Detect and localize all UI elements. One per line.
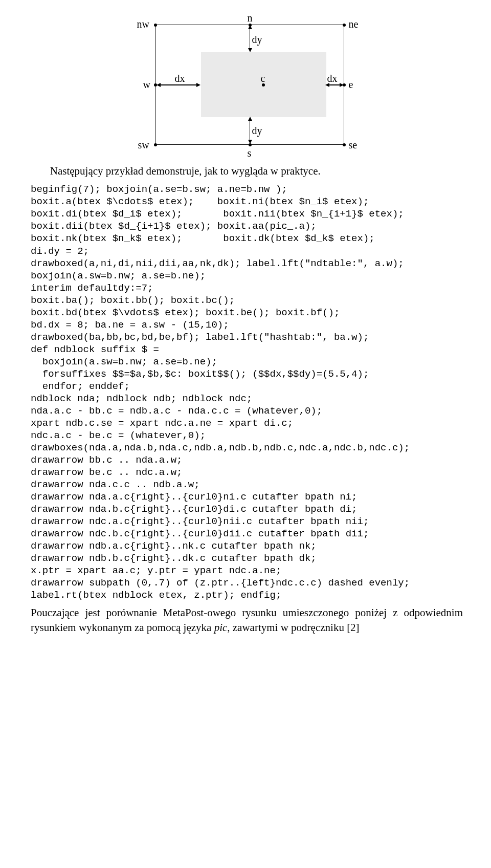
label-c: c [261, 72, 265, 85]
dot-ne [343, 24, 346, 27]
dot-sw [154, 143, 157, 146]
label-dy-top: dy [252, 33, 262, 47]
intro-paragraph: Następujący przykład demonstruje, jak to… [31, 164, 463, 178]
arrowhead [248, 25, 252, 29]
dot-se [343, 143, 346, 146]
box-anchor-figure: nw n ne w c e sw s se dx dx dy dy [137, 10, 357, 159]
pic-italic: pic [214, 621, 228, 634]
label-n: n [248, 11, 253, 25]
code-listing: beginfig(7); boxjoin(a.se=b.sw; a.ne=b.n… [31, 183, 463, 601]
label-dy-bottom: dy [252, 124, 262, 138]
arrowhead [248, 48, 252, 52]
arrow-dy-bottom [250, 118, 251, 143]
label-sw: sw [138, 138, 149, 152]
arrowhead [248, 117, 252, 121]
arrowhead [157, 83, 161, 87]
closing-text-c: , zawartymi w pod­ręczniku [2] [227, 621, 359, 634]
arrowhead [248, 140, 252, 144]
label-dx-left: dx [175, 72, 185, 85]
arrowhead [340, 83, 344, 87]
label-s: s [248, 146, 252, 160]
label-w: w [143, 78, 150, 92]
dot-nw [154, 24, 157, 27]
arrowhead [325, 83, 329, 87]
label-e: e [349, 78, 353, 92]
closing-paragraph: Pouczające jest porównanie MetaPost-oweg… [31, 605, 463, 635]
label-ne: ne [349, 17, 359, 31]
arrow-dy-top [250, 27, 251, 51]
label-nw: nw [137, 17, 149, 31]
arrow-dx-left [158, 84, 199, 85]
label-se: se [349, 138, 358, 152]
arrowhead [196, 83, 200, 87]
